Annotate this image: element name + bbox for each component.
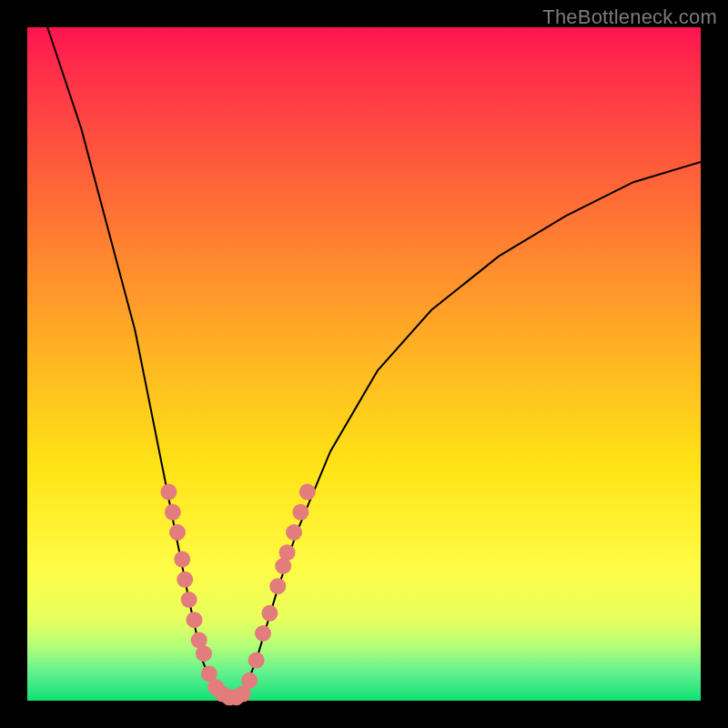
highlight-dot [160, 484, 177, 500]
highlight-dot [255, 625, 271, 642]
highlight-dot [196, 645, 212, 662]
highlight-dot [299, 484, 316, 500]
chart-container: TheBottleneck.com [0, 0, 728, 728]
highlight-dot [286, 524, 302, 541]
highlight-dot [248, 652, 265, 669]
highlight-dot [269, 578, 286, 594]
highlight-dot [165, 504, 181, 521]
highlight-dot [174, 551, 190, 568]
highlight-dots [160, 484, 315, 706]
highlight-dot [169, 524, 186, 541]
highlight-dot [292, 504, 308, 521]
highlight-dot [241, 672, 258, 689]
highlight-dot [187, 612, 203, 628]
highlight-dot [261, 605, 278, 622]
highlight-dot [177, 571, 193, 588]
highlight-dot [181, 592, 197, 608]
highlight-dot [279, 544, 296, 561]
watermark-text: TheBottleneck.com [542, 5, 717, 29]
chart-svg [27, 27, 701, 701]
bottleneck-curve [47, 27, 701, 701]
